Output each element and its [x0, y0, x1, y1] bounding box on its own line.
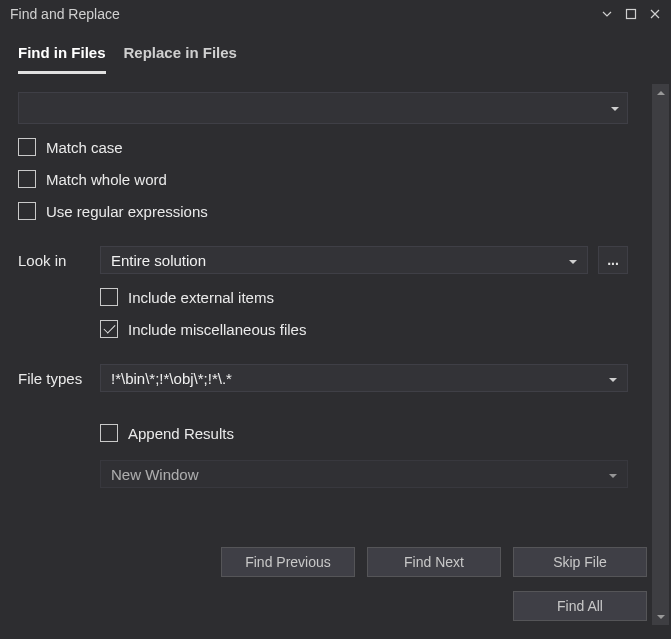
match-case-label: Match case — [46, 139, 123, 156]
include-external-label: Include external items — [128, 289, 274, 306]
titlebar: Find and Replace — [0, 0, 671, 28]
search-term-combo[interactable] — [18, 92, 628, 124]
include-misc-label: Include miscellaneous files — [128, 321, 306, 338]
match-whole-word-checkbox[interactable] — [18, 170, 36, 188]
match-whole-word-label: Match whole word — [46, 171, 167, 188]
append-results-checkbox[interactable] — [100, 424, 118, 442]
use-regex-checkbox[interactable] — [18, 202, 36, 220]
match-case-checkbox[interactable] — [18, 138, 36, 156]
file-types-value: !*\bin\*;!*\obj\*;!*\.* — [111, 370, 232, 387]
tab-bar: Find in Files Replace in Files — [0, 28, 671, 74]
use-regex-label: Use regular expressions — [46, 203, 208, 220]
scroll-track[interactable] — [652, 101, 669, 608]
scroll-up-icon[interactable] — [652, 84, 669, 101]
browse-button[interactable]: ... — [598, 246, 628, 274]
chevron-down-icon — [609, 466, 617, 483]
tab-find-in-files[interactable]: Find in Files — [18, 44, 106, 74]
look-in-value: Entire solution — [111, 252, 206, 269]
include-external-checkbox[interactable] — [100, 288, 118, 306]
svg-rect-0 — [627, 10, 636, 19]
results-window-combo[interactable]: New Window — [100, 460, 628, 488]
append-results-label: Append Results — [128, 425, 234, 442]
window-title: Find and Replace — [10, 6, 593, 22]
chevron-down-icon — [609, 370, 617, 387]
look-in-label: Look in — [18, 252, 90, 269]
look-in-combo[interactable]: Entire solution — [100, 246, 588, 274]
file-types-label: File types — [18, 370, 90, 387]
vertical-scrollbar[interactable] — [652, 84, 669, 625]
action-button-row-2: Find All — [513, 591, 647, 621]
form-panel: Match case Match whole word Use regular … — [0, 74, 652, 498]
skip-file-button[interactable]: Skip File — [513, 547, 647, 577]
find-previous-button[interactable]: Find Previous — [221, 547, 355, 577]
chevron-down-icon — [569, 252, 577, 269]
tab-replace-in-files[interactable]: Replace in Files — [124, 44, 237, 74]
scroll-down-icon[interactable] — [652, 608, 669, 625]
maximize-icon[interactable] — [621, 4, 641, 24]
find-all-button[interactable]: Find All — [513, 591, 647, 621]
include-misc-checkbox[interactable] — [100, 320, 118, 338]
action-button-row-1: Find Previous Find Next Skip File — [221, 547, 647, 577]
file-types-combo[interactable]: !*\bin\*;!*\obj\*;!*\.* — [100, 364, 628, 392]
find-next-button[interactable]: Find Next — [367, 547, 501, 577]
close-icon[interactable] — [645, 4, 665, 24]
results-window-value: New Window — [111, 466, 199, 483]
window-options-icon[interactable] — [597, 4, 617, 24]
chevron-down-icon — [611, 100, 619, 116]
